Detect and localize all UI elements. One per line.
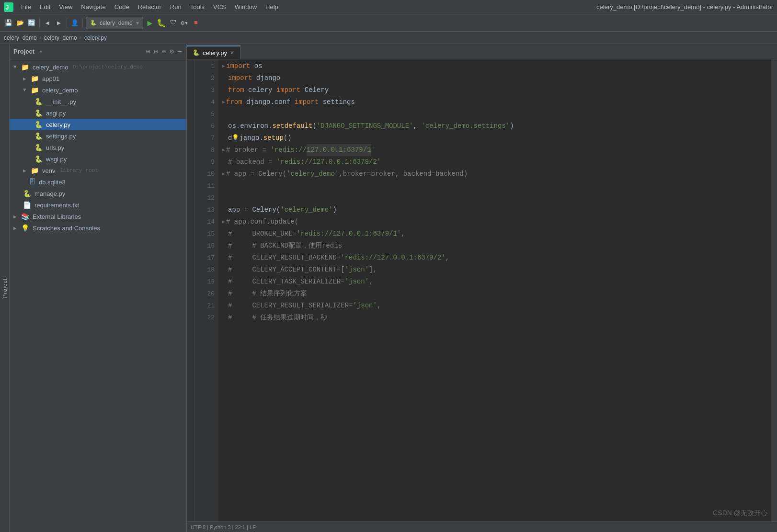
coverage-icon[interactable]: 🛡 <box>168 18 178 28</box>
ln-6: 6 <box>198 120 215 132</box>
back-icon[interactable]: ◀ <box>43 18 52 28</box>
more-run-icon[interactable]: ⚙▾ <box>180 18 189 28</box>
ln-4: 4 <box>198 96 215 108</box>
fold-1[interactable]: ▶ <box>222 60 225 72</box>
ln-17: 17 <box>198 252 215 264</box>
menu-help[interactable]: Help <box>262 2 282 11</box>
ln-1: 1 <box>198 60 215 72</box>
breadcrumb-module[interactable]: celery_demo <box>44 34 77 41</box>
tree-item-app01[interactable]: ▶ 📁 app01 <box>10 73 186 84</box>
code-line-11 <box>222 180 771 192</box>
forward-icon[interactable]: ▶ <box>54 18 64 28</box>
tree-item-scratches[interactable]: ▶ 💡 Scratches and Consoles <box>10 222 186 234</box>
run-icon[interactable]: ▶ <box>145 18 155 28</box>
breadcrumb-root[interactable]: celery_demo <box>4 34 37 41</box>
tree-item-external-libs[interactable]: ▶ 📚 External Libraries <box>10 211 186 222</box>
code-line-4: ▶ from django.conf import settings <box>222 96 771 108</box>
tree-label-external-libs: External Libraries <box>33 213 81 220</box>
menu-code[interactable]: Code <box>111 2 133 11</box>
menu-tools[interactable]: Tools <box>186 2 208 11</box>
scroll-to-file-icon[interactable]: ⊕ <box>161 46 167 57</box>
tree-label-urls: urls.py <box>46 144 64 151</box>
code-line-17: # CELERY_RESULT_BACKEND='redis://127.0.0… <box>222 252 771 264</box>
tree-item-celery-py[interactable]: 🐍 celery.py <box>10 119 186 130</box>
save-all-icon[interactable]: 💾 <box>4 18 13 28</box>
collapse-all-icon[interactable]: ⊟ <box>153 46 159 57</box>
code-line-20: # # 结果序列化方案 <box>222 288 771 300</box>
tree-item-requirements[interactable]: 📄 requirements.txt <box>10 199 186 211</box>
menu-vcs[interactable]: VCS <box>209 2 230 11</box>
tree-item-asgi[interactable]: 🐍 asgi.py <box>10 107 186 119</box>
debug-icon[interactable]: 🐛 <box>157 18 166 28</box>
tree-label-db: db.sqlite3 <box>39 179 66 186</box>
toolbar: 💾 📂 🔄 ◀ ▶ 👤 🐍 celery_demo ▾ ▶ 🐛 🛡 ⚙▾ ■ <box>0 14 777 32</box>
fold-4[interactable]: ▶ <box>222 96 225 108</box>
toolbar-sep-2 <box>67 18 67 28</box>
ln-8: 8 <box>198 144 215 156</box>
tree-label-celery-demo-sub: celery_demo <box>42 87 78 94</box>
code-line-6: os.environ.setdefault('DJANGO_SETTINGS_M… <box>222 120 771 132</box>
menu-edit[interactable]: Edit <box>36 2 54 11</box>
tree-item-urls[interactable]: 🐍 urls.py <box>10 142 186 153</box>
code-content[interactable]: ▶ import os import django from celery im… <box>218 59 771 521</box>
tree-item-db[interactable]: 🗄 db.sqlite3 <box>10 176 186 188</box>
tree-item-venv[interactable]: ▶ 📁 venv library root <box>10 165 186 176</box>
fold-14[interactable]: ▶ <box>222 216 225 228</box>
stop-icon[interactable]: ■ <box>191 18 201 28</box>
tree-item-settings[interactable]: 🐍 settings.py <box>10 130 186 142</box>
breadcrumb-file[interactable]: celery.py <box>84 34 107 41</box>
project-panel-tab[interactable]: Project <box>0 44 10 532</box>
menu-file[interactable]: File <box>17 2 35 11</box>
tree-arrow-scratches: ▶ <box>13 225 19 231</box>
code-line-15: # BROKER_URL='redis://127.0.0.1:6379/1', <box>222 228 771 240</box>
expand-all-icon[interactable]: ⊞ <box>145 46 151 57</box>
ln-22: 22 <box>198 312 215 324</box>
code-line-5 <box>222 108 771 120</box>
fold-10[interactable]: ▶ <box>222 168 225 180</box>
fold-8[interactable]: ▶ <box>222 144 225 156</box>
editor-scrollbar[interactable] <box>771 59 777 521</box>
menu-navigate[interactable]: Navigate <box>77 2 109 11</box>
code-line-7: d💡jango.setup() <box>222 132 771 144</box>
code-line-12 <box>222 192 771 204</box>
sidebar-tree: ▼ 📁 celery_demo D:\project\celery_demo ▶… <box>10 59 186 532</box>
window-title: celery_demo [D:\project\celery_demo] - c… <box>596 3 773 11</box>
gear-icon[interactable]: ⚙ <box>169 46 174 57</box>
tree-arrow-external-libs: ▶ <box>13 214 19 220</box>
ln-3: 3 <box>198 84 215 96</box>
menu-window[interactable]: Window <box>231 2 261 11</box>
profile-icon[interactable]: 👤 <box>70 18 80 28</box>
code-line-8: ▶ # broker = 'redis://127.0.0.1:6379/1' <box>222 144 771 156</box>
code-editor: 1 2 3 4 5 6 7 8 9 10 11 12 13 14 15 16 1… <box>187 59 777 521</box>
ln-10: 10 <box>198 168 215 180</box>
code-line-10: ▶ # app = Celery('celery_demo',broker=br… <box>222 168 771 180</box>
open-file-icon[interactable]: 📂 <box>15 18 25 28</box>
ln-14: 14 <box>198 216 215 228</box>
tree-item-init[interactable]: 🐍 __init__.py <box>10 96 186 107</box>
code-line-19: # CELERY_TASK_SERIALIZER='json', <box>222 276 771 288</box>
menu-view[interactable]: View <box>55 2 76 11</box>
ln-15: 15 <box>198 228 215 240</box>
code-line-2: import django <box>222 72 771 84</box>
tab-celery-py[interactable]: 🐍 celery.py ✕ <box>187 45 240 59</box>
tree-label-manage: manage.py <box>34 190 65 197</box>
ln-13: 13 <box>198 204 215 216</box>
tree-item-manage[interactable]: 🐍 manage.py <box>10 188 186 199</box>
tab-close-icon[interactable]: ✕ <box>230 50 234 56</box>
menu-refactor[interactable]: Refactor <box>134 2 165 11</box>
menu-run[interactable]: Run <box>166 2 185 11</box>
run-config-dropdown[interactable]: 🐍 celery_demo ▾ <box>86 17 143 29</box>
tree-label-wsgi: wsgi.py <box>46 156 67 163</box>
ln-9: 9 <box>198 156 215 168</box>
tree-item-celery-demo-sub[interactable]: ▼ 📁 celery_demo <box>10 84 186 96</box>
tree-item-wsgi[interactable]: 🐍 wsgi.py <box>10 153 186 165</box>
tree-label-scratches: Scratches and Consoles <box>33 225 100 232</box>
project-panel-label: Project <box>2 278 8 298</box>
ln-19: 19 <box>198 276 215 288</box>
tab-bar: 🐍 celery.py ✕ <box>187 44 777 59</box>
sidebar-header: Project ▾ ⊞ ⊟ ⊕ ⚙ — <box>10 44 186 59</box>
close-sidebar-icon[interactable]: — <box>177 46 183 57</box>
sync-icon[interactable]: 🔄 <box>27 18 36 28</box>
ln-18: 18 <box>198 264 215 276</box>
tree-item-celery-demo-root[interactable]: ▼ 📁 celery_demo D:\project\celery_demo <box>10 61 186 73</box>
